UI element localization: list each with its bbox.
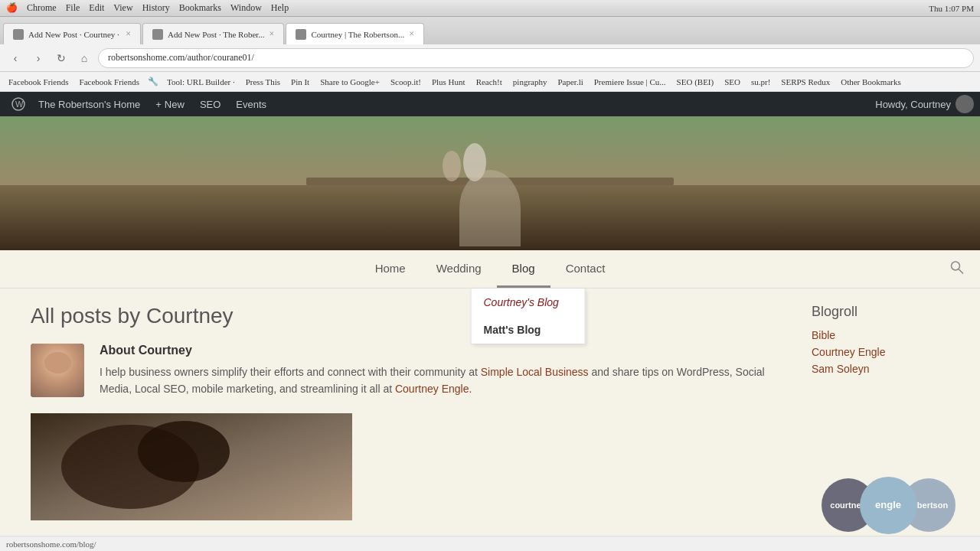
mac-menu-history[interactable]: History (142, 2, 170, 14)
svg-point-11 (138, 421, 230, 482)
tab-favicon-3 (296, 29, 306, 40)
svg-text:W: W (15, 99, 24, 109)
status-bar: robertsonshome.com/blog/ (0, 536, 980, 551)
bookmark-sep-0: 🔧 (148, 77, 158, 86)
tab-close-1[interactable]: × (126, 28, 131, 40)
blogroll-widget: Blogroll Bible Courtney Engle Sam Soleyn (812, 304, 965, 375)
tab-3[interactable]: Courtney | The Robertson... × (286, 23, 424, 44)
tab-favicon-2 (152, 29, 163, 40)
wp-logo[interactable]: W (6, 92, 31, 116)
apple-menu[interactable]: 🍎 (6, 2, 18, 14)
tab-label-3: Courtney | The Robertson... (311, 30, 404, 39)
bookmark-10[interactable]: Paper.li (555, 77, 585, 86)
reload-button[interactable]: ↻ (52, 49, 70, 67)
chrome-toolbar: ‹ › ↻ ⌂ robertsonshome.com/author/couran… (0, 44, 980, 72)
author-avatar (31, 344, 84, 397)
hero-photo (0, 116, 980, 250)
nav-contact[interactable]: Contact (550, 251, 621, 288)
svg-point-5 (443, 151, 461, 181)
chrome-tabs-bar: Add New Post · Courtney · × Add New Post… (0, 17, 980, 44)
bookmark-14[interactable]: su.pr! (749, 77, 773, 86)
svg-rect-3 (0, 185, 980, 250)
bookmark-4[interactable]: Pin It (289, 77, 312, 86)
bookmark-0[interactable]: Facebook Friends (6, 77, 71, 86)
svg-line-8 (959, 269, 963, 273)
home-button[interactable]: ⌂ (75, 49, 93, 67)
bookmark-1[interactable]: Facebook Friends (77, 77, 142, 86)
link-simple-local-business[interactable]: Simple Local Business (481, 366, 589, 378)
author-section: About Courtney I help business owners si… (31, 344, 766, 398)
post-thumbnail-svg (31, 413, 352, 520)
svg-rect-4 (306, 178, 674, 185)
mac-menu-chrome[interactable]: Chrome (27, 2, 57, 14)
hero-svg (0, 116, 980, 250)
nav-home[interactable]: Home (360, 251, 421, 288)
link-engle[interactable]: Engle. (442, 383, 472, 395)
sidebar-link-courtney-engle[interactable]: Courtney Engle (812, 346, 965, 358)
dropdown-matts-blog[interactable]: Matt's Blog (472, 316, 585, 344)
tab-label-2: Add New Post · The Rober... (168, 30, 265, 39)
forward-button[interactable]: › (29, 49, 47, 67)
wp-admin-seo[interactable]: SEO (192, 92, 228, 116)
wp-admin-howdy[interactable]: Howdy, Courtney (875, 95, 974, 113)
sidebar-link-bible[interactable]: Bible (812, 329, 965, 341)
page-title: All posts by Courtney (31, 304, 766, 328)
svg-rect-2 (0, 116, 980, 185)
tab-2[interactable]: Add New Post · The Rober... × (142, 23, 284, 44)
page-body: All posts by Courtney About Courtney I h… (0, 289, 796, 551)
svg-point-7 (952, 262, 960, 270)
status-url: robertsonshome.com/blog/ (6, 540, 96, 549)
bookmarks-bar: Facebook Friends Facebook Friends 🔧 Tool… (0, 72, 980, 92)
bookmark-2[interactable]: Tool: URL Builder · (165, 77, 237, 86)
bookmark-other[interactable]: Other Bookmarks (838, 77, 903, 86)
post-thumbnail[interactable] (31, 413, 352, 520)
tab-1[interactable]: Add New Post · Courtney · × (3, 23, 141, 44)
bookmark-12[interactable]: SEO (BEI) (675, 77, 717, 86)
bookmark-5[interactable]: Share to Google+ (318, 77, 382, 86)
hero-image (0, 116, 980, 250)
mac-menu-view[interactable]: View (113, 2, 132, 14)
mac-os-bar: 🍎 Chrome File Edit View History Bookmark… (0, 0, 980, 17)
address-bar[interactable]: robertsonshome.com/author/courane01/ (98, 48, 974, 68)
logo-circle-engle: engle (860, 477, 917, 534)
mac-menus: 🍎 Chrome File Edit View History Bookmark… (6, 2, 289, 14)
tab-close-2[interactable]: × (270, 28, 275, 40)
nav-wedding[interactable]: Wedding (421, 251, 497, 288)
mac-time: Thu 1:07 PM (929, 4, 974, 13)
wp-admin-events[interactable]: Events (228, 92, 274, 116)
author-bio: About Courtney I help business owners si… (100, 344, 766, 398)
mac-menu-edit[interactable]: Edit (89, 2, 104, 14)
dropdown-courtneys-blog[interactable]: Courtney's Blog (472, 289, 585, 316)
nav-blog[interactable]: Blog (497, 251, 550, 288)
link-courtney[interactable]: Courtney (395, 383, 439, 395)
blog-dropdown: Courtney's Blog Matt's Blog (471, 289, 586, 344)
author-name: About Courtney (100, 344, 766, 357)
bookmark-3[interactable]: Press This (243, 77, 283, 86)
back-button[interactable]: ‹ (6, 49, 24, 67)
wp-admin-new[interactable]: + New (148, 92, 192, 116)
bookmark-15[interactable]: SERPS Redux (779, 77, 832, 86)
bookmark-7[interactable]: Plus Hunt (430, 77, 468, 86)
mac-menu-bookmarks[interactable]: Bookmarks (179, 2, 221, 14)
address-text: robertsonshome.com/author/courane01/ (108, 52, 254, 64)
sidebar-link-sam-soleyn[interactable]: Sam Soleyn (812, 363, 965, 375)
bookmark-6[interactable]: Scoop.it! (388, 77, 423, 86)
svg-point-6 (463, 143, 486, 181)
author-avatar-img (31, 344, 84, 397)
logo-watermark: courtney engle robertson (812, 474, 965, 536)
tab-label-1: Add New Post · Courtney · (28, 30, 119, 39)
wp-admin-avatar (956, 95, 974, 113)
bookmark-11[interactable]: Premiere Issue | Cu... (592, 77, 668, 86)
site-nav: Home Wedding Blog Contact Courtney's Blo… (0, 250, 980, 289)
mac-menu-help[interactable]: Help (271, 2, 289, 14)
tab-close-3[interactable]: × (409, 28, 414, 40)
author-bio-text: I help business owners simplify their ef… (100, 364, 766, 398)
wp-admin-site-name[interactable]: The Robertson's Home (31, 92, 148, 116)
search-icon[interactable] (949, 259, 965, 279)
bookmark-13[interactable]: SEO (722, 77, 743, 86)
blogroll-title: Blogroll (812, 304, 965, 320)
mac-menu-window[interactable]: Window (230, 2, 262, 14)
bookmark-8[interactable]: Reach!t (474, 77, 505, 86)
mac-menu-file[interactable]: File (66, 2, 80, 14)
bookmark-9[interactable]: pingraphy (511, 77, 550, 86)
